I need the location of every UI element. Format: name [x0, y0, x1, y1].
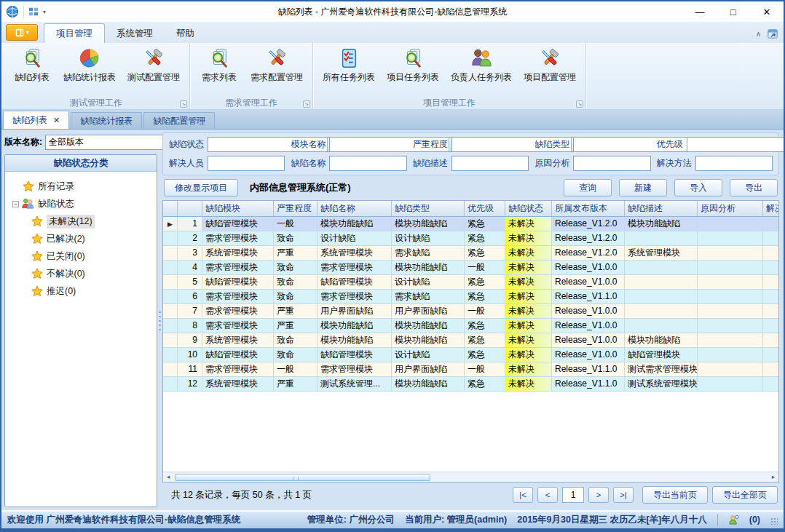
close-tab-icon[interactable]: ✕: [53, 116, 60, 125]
tree-item-defect-status[interactable]: − 缺陷状态: [12, 195, 154, 213]
defect-name-input[interactable]: [329, 156, 406, 171]
messenger-person-icon[interactable]: [728, 515, 739, 525]
export-button[interactable]: 导出: [730, 179, 778, 196]
doc-tab-defect-config[interactable]: 缺陷配置管理: [143, 112, 215, 129]
next-page-button[interactable]: >: [588, 487, 609, 503]
version-select-value[interactable]: [46, 135, 165, 149]
ribbon-tab-system[interactable]: 系统管理: [105, 24, 165, 43]
column-header[interactable]: 原因分析: [698, 201, 763, 216]
app-window: ▾ 缺陷列表 - 广州爱奇迪软件科技有限公司-缺陷信息管理系统 — □ ✕ ▾ …: [0, 0, 785, 532]
minimize-button[interactable]: —: [683, 1, 717, 22]
export-current-page-button[interactable]: 导出当前页: [642, 486, 708, 504]
scrollbar-thumb[interactable]: [175, 474, 430, 481]
defect-report-button[interactable]: 缺陷统计报表: [60, 46, 119, 85]
priority-select[interactable]: ▾: [687, 137, 784, 152]
quick-access-caret-icon[interactable]: ▾: [43, 9, 46, 15]
owner-tasks-button[interactable]: 负责人任务列表: [447, 46, 516, 85]
cell: [698, 304, 763, 319]
table-row[interactable]: ▶ 1 缺陷管理模块 一般 模块功能缺陷 模块功能缺陷 紧急 未解决 Relea…: [163, 217, 778, 231]
doc-tab-defect-list[interactable]: 缺陷列表 ✕: [3, 111, 69, 129]
ribbon-collapse-icon[interactable]: ∧: [756, 31, 761, 38]
test-config-button[interactable]: 测试配置管理: [124, 46, 184, 85]
tree-item-unresolved[interactable]: 未解决(12): [12, 213, 154, 230]
quick-access-layout-icon[interactable]: [28, 7, 39, 17]
tree-item-all-records[interactable]: 所有记录: [12, 178, 154, 195]
table-row[interactable]: 5 缺陷管理模块 致命 缺陷管理模块 设计缺陷 紧急 未解决 Release_V…: [163, 275, 778, 290]
prev-page-button[interactable]: <: [537, 487, 558, 503]
solution-input[interactable]: [695, 156, 773, 171]
status-bar: 欢迎使用 广州爱奇迪软件科技有限公司-缺陷信息管理系统 管理单位: 广州分公司 …: [1, 510, 784, 531]
dialog-launcher-icon[interactable]: ↘: [180, 100, 187, 108]
table-row[interactable]: 12 系统管理模块 严重 测试系统管理... 模块功能缺陷 紧急 未解决 Rel…: [163, 377, 778, 392]
cell: [698, 217, 763, 231]
table-row[interactable]: 6 需求管理模块 致命 需求管理模块 需求缺陷 紧急 未解决 Release_V…: [163, 290, 778, 304]
column-header[interactable]: 所属发布版本: [552, 201, 625, 216]
ribbon-tab-project[interactable]: 项目管理: [44, 23, 105, 43]
horizontal-scrollbar[interactable]: ◂ ▸: [163, 472, 778, 482]
cell: 模块功能缺陷: [625, 333, 698, 348]
dialog-launcher-icon[interactable]: ↘: [576, 100, 583, 108]
table-row[interactable]: 4 需求管理模块 致命 需求管理模块 模块功能缺陷 一般 未解决 Release…: [163, 261, 778, 275]
column-header[interactable]: 缺陷模块: [202, 201, 274, 216]
tree-item-resolved[interactable]: 已解决(2): [12, 230, 154, 247]
first-page-button[interactable]: |<: [513, 487, 533, 503]
ribbon-tab-help[interactable]: 帮助: [165, 24, 206, 43]
cell: 需求管理模块: [317, 261, 392, 275]
requirement-list-button[interactable]: 需求列表: [196, 46, 242, 85]
star-icon: [31, 250, 43, 262]
sidebar-splitter[interactable]: [157, 130, 162, 510]
tree-item-postponed[interactable]: 推迟(0): [12, 282, 154, 300]
cell: [763, 304, 778, 319]
cause-analysis-input[interactable]: [573, 156, 650, 171]
cell: [763, 319, 778, 333]
column-header[interactable]: 解决方法: [763, 201, 778, 216]
app-menu-icon: [15, 28, 25, 38]
project-tasks-button[interactable]: 项目任务列表: [383, 46, 443, 85]
scroll-right-icon[interactable]: ▸: [768, 472, 778, 482]
resolver-input[interactable]: [208, 156, 285, 171]
cell: 模块功能缺陷: [317, 319, 392, 333]
table-row[interactable]: 7 需求管理模块 严重 用户界面缺陷 用户界面缺陷 一般 未解决 Release…: [163, 304, 778, 319]
table-row[interactable]: 3 系统管理模块 严重 系统管理模块 需求缺陷 紧急 未解决 Release_V…: [163, 246, 778, 261]
column-header[interactable]: 缺陷类型: [392, 201, 465, 216]
requirement-config-button[interactable]: 需求配置管理: [247, 46, 307, 85]
column-header[interactable]: 优先级: [465, 201, 505, 216]
new-button[interactable]: 新建: [619, 179, 667, 196]
application-menu-button[interactable]: ▾: [6, 24, 38, 41]
tree-item-wontfix[interactable]: 不解决(0): [12, 265, 154, 282]
table-row[interactable]: 9 系统管理模块 致命 模块功能缺陷 模块功能缺陷 紧急 未解决 Release…: [163, 333, 778, 348]
table-row[interactable]: 8 需求管理模块 严重 模块功能缺陷 模块功能缺陷 紧急 未解决 Release…: [163, 319, 778, 333]
tree-collapse-icon[interactable]: −: [12, 201, 19, 207]
all-tasks-button[interactable]: 所有任务列表: [319, 46, 379, 85]
table-row[interactable]: 11 需求管理模块 一般 需求管理模块 用户界面缺陷 一般 未解决 Releas…: [163, 362, 778, 377]
modify-columns-button[interactable]: 修改显示项目: [164, 179, 238, 196]
dialog-launcher-icon[interactable]: ↘: [303, 100, 310, 108]
tree-item-closed[interactable]: 已关闭(0): [12, 247, 154, 265]
query-button[interactable]: 查询: [564, 179, 612, 196]
page-number-input[interactable]: [562, 487, 584, 503]
table-row[interactable]: 2 需求管理模块 致命 设计缺陷 设计缺陷 紧急 未解决 Release_V1.…: [163, 231, 778, 246]
import-button[interactable]: 导入: [674, 179, 722, 196]
cell: [763, 275, 778, 290]
cell: Release_V1.0.0: [552, 261, 625, 275]
maximize-button[interactable]: □: [717, 1, 750, 22]
project-config-button[interactable]: 项目配置管理: [520, 46, 580, 85]
last-page-button[interactable]: >|: [613, 487, 634, 503]
export-all-pages-button[interactable]: 导出全部页: [712, 486, 778, 504]
resize-grip[interactable]: [770, 517, 778, 525]
cell: 一般: [465, 362, 505, 377]
column-header[interactable]: 缺陷名称: [317, 201, 392, 216]
scroll-left-icon[interactable]: ◂: [163, 472, 173, 482]
row-number-cell: 10: [178, 348, 202, 362]
column-header[interactable]: 严重程度: [274, 201, 317, 216]
defect-desc-input[interactable]: [451, 156, 529, 171]
window-restore-icon[interactable]: [767, 28, 779, 40]
cell: 紧急: [465, 333, 505, 348]
close-button[interactable]: ✕: [750, 1, 784, 22]
defect-list-button[interactable]: 缺陷列表: [9, 46, 55, 85]
table-row[interactable]: 10 缺陷管理模块 致命 缺陷管理模块 设计缺陷 紧急 未解决 Release_…: [163, 348, 778, 362]
cell: [698, 348, 763, 362]
column-header[interactable]: 缺陷描述: [625, 201, 698, 216]
column-header[interactable]: 缺陷状态: [505, 201, 552, 216]
doc-tab-defect-report[interactable]: 缺陷统计报表: [71, 112, 142, 129]
